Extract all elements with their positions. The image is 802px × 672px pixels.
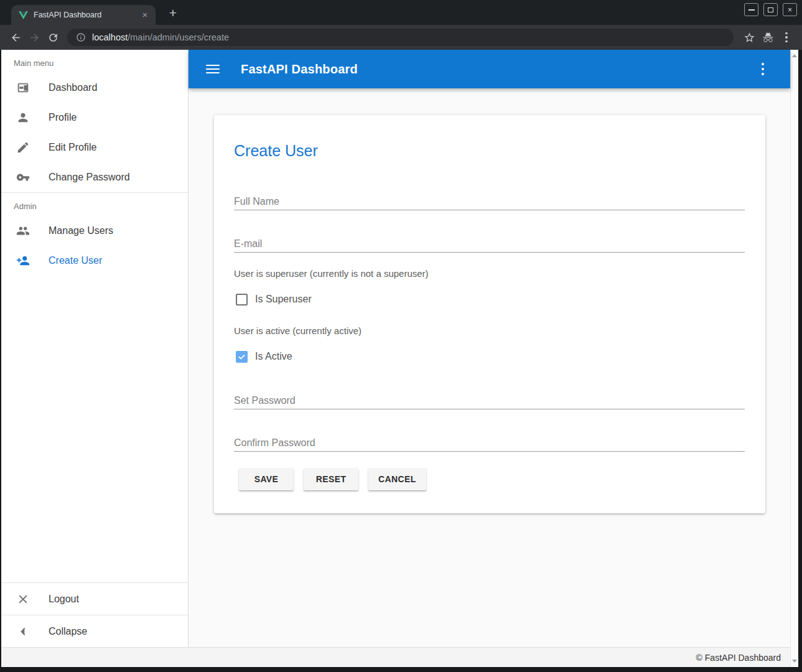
group-icon [16,224,30,238]
star-icon [744,32,755,44]
forward-arrow-icon [29,32,40,44]
sidebar-item-dashboard[interactable]: Dashboard [1,73,188,103]
cancel-button[interactable]: CANCEL [368,468,426,490]
scroll-down-icon[interactable] [792,660,797,663]
active-hint: User is active (currently active) [234,324,745,337]
logout-x-icon [16,592,30,606]
input-underline [234,252,745,253]
page-title: Create User [234,141,745,160]
set-password-label: Set Password [234,394,745,408]
back-button[interactable] [6,28,25,47]
url-text: localhost/main/admin/users/create [92,32,229,42]
email-field[interactable]: E-mail [234,237,745,253]
vue-logo-favicon-icon [19,11,28,19]
sidebar-item-logout[interactable]: Logout [1,583,188,615]
chevron-left-icon [16,625,30,638]
save-button[interactable]: SAVE [239,468,294,490]
input-underline [234,451,745,452]
sidebar-item-label: Profile [49,112,77,123]
url-host: localhost [92,32,128,42]
browser-window: FastAPI Dashboard × + × localhost/main/a… [0,0,802,672]
sidebar-item-label: Manage Users [49,225,113,236]
confirm-password-field[interactable]: Confirm Password [234,436,745,452]
page-scrollbar[interactable] [790,50,798,667]
sidebar-header-admin: Admin [1,193,188,216]
site-info-icon[interactable] [76,32,86,42]
window-controls: × [744,3,797,16]
app-menu-button[interactable] [755,63,770,76]
kebab-menu-icon [785,32,788,43]
sidebar-item-edit-profile[interactable]: Edit Profile [1,133,188,162]
sidebar-item-label: Logout [49,594,79,605]
superuser-hint: User is superuser (currently is not a su… [234,267,745,280]
web-page: Main menu Dashboard Profile Edit Profile [1,50,798,667]
dashboard-icon [16,81,30,95]
sidebar-item-manage-users[interactable]: Manage Users [1,216,188,246]
content-area: Create User Full Name E-mail User is sup… [189,88,790,647]
key-icon [16,170,30,184]
minimize-icon [748,9,755,11]
sidebar-spacer [1,276,188,582]
minimize-button[interactable] [744,3,758,16]
sidebar: Main menu Dashboard Profile Edit Profile [1,50,189,647]
maximize-button[interactable] [763,3,778,16]
address-bar[interactable]: localhost/main/admin/users/create [67,29,734,46]
sidebar-item-label: Create User [49,255,102,266]
sidebar-header-main-menu: Main menu [1,50,188,73]
back-arrow-icon [10,32,22,44]
person-icon [16,111,30,124]
app-bar: FastAPI Dashboard [189,50,790,88]
reset-button[interactable]: RESET [304,468,358,490]
sidebar-item-label: Edit Profile [49,142,96,153]
set-password-field[interactable]: Set Password [234,394,745,409]
full-name-label: Full Name [234,195,745,208]
profile-button[interactable] [758,28,777,47]
is-active-checkbox[interactable] [236,351,248,363]
browser-menu-button[interactable] [777,28,796,47]
browser-toolbar: localhost/main/admin/users/create [0,25,802,50]
checkmark-icon [238,353,246,361]
is-superuser-checkbox-row[interactable]: Is Superuser [234,291,745,307]
form-actions: SAVE RESET CANCEL [234,468,745,490]
copyright-text: © FastAPI Dashboard [696,653,781,663]
full-name-field[interactable]: Full Name [234,195,745,210]
sidebar-item-label: Dashboard [49,82,97,93]
maximize-icon [768,7,773,12]
sidebar-item-create-user[interactable]: Create User [1,246,188,276]
is-active-checkbox-row[interactable]: Is Active [234,348,745,365]
close-button[interactable]: × [783,3,797,16]
incognito-icon [762,32,774,44]
browser-tab[interactable]: FastAPI Dashboard × [11,5,156,25]
input-underline [234,210,745,210]
main-area: FastAPI Dashboard Create User Full Name … [189,50,790,647]
close-icon: × [788,6,792,14]
input-underline [234,409,745,409]
app-title: FastAPI Dashboard [241,62,358,77]
sidebar-item-label: Change Password [49,172,130,183]
reload-button[interactable] [44,28,62,47]
pencil-icon [16,141,30,154]
forward-button[interactable] [25,28,44,47]
browser-titlebar: FastAPI Dashboard × + × [0,0,802,25]
scroll-up-icon[interactable] [792,54,797,57]
confirm-password-label: Confirm Password [234,436,745,450]
bookmark-button[interactable] [740,28,758,47]
person-add-icon [16,254,30,268]
url-path: /main/admin/users/create [128,32,229,42]
sidebar-item-profile[interactable]: Profile [1,103,188,133]
sidebar-item-collapse[interactable]: Collapse [1,615,188,647]
tab-close-icon[interactable]: × [139,9,151,21]
page-footer: © FastAPI Dashboard [1,647,790,667]
reload-icon [47,32,59,44]
is-superuser-checkbox[interactable] [236,294,248,306]
new-tab-button[interactable]: + [166,6,180,21]
is-active-label: Is Active [255,351,292,362]
sidebar-item-label: Collapse [49,626,87,637]
is-superuser-label: Is Superuser [255,294,312,305]
sidebar-item-change-password[interactable]: Change Password [1,162,188,192]
email-label: E-mail [234,237,745,251]
tab-title: FastAPI Dashboard [34,11,139,19]
create-user-card: Create User Full Name E-mail User is sup… [214,115,765,513]
hamburger-menu-icon[interactable] [206,65,220,73]
